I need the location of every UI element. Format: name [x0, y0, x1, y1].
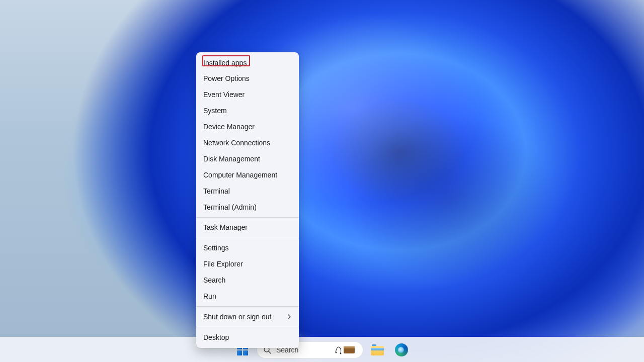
menu-separator — [196, 238, 299, 238]
svg-point-5 — [340, 352, 342, 354]
menu-item-label: Search — [203, 276, 225, 285]
menu-item-run[interactable]: Run — [196, 288, 299, 304]
taskbar: Search — [0, 337, 644, 362]
menu-item-power-options[interactable]: Power Options — [196, 71, 299, 87]
menu-item-event-viewer[interactable]: Event Viewer — [196, 87, 299, 103]
menu-item-terminal-admin[interactable]: Terminal (Admin) — [196, 199, 299, 215]
menu-group-1: Installed apps Power Options Event Viewe… — [196, 54, 299, 216]
menu-item-desktop[interactable]: Desktop — [196, 329, 299, 345]
menu-item-search[interactable]: Search — [196, 273, 299, 289]
chevron-right-icon — [287, 314, 292, 319]
svg-rect-3 — [344, 346, 355, 348]
menu-group-3: Settings File Explorer Search Run — [196, 240, 299, 305]
menu-item-label: Terminal (Admin) — [203, 203, 257, 212]
svg-point-4 — [336, 351, 337, 353]
menu-item-disk-management[interactable]: Disk Management — [196, 151, 299, 167]
menu-item-shutdown-signout[interactable]: Shut down or sign out — [196, 309, 299, 325]
menu-group-2: Task Manager — [196, 219, 299, 236]
menu-item-label: Desktop — [203, 333, 229, 342]
menu-item-file-explorer[interactable]: File Explorer — [196, 256, 299, 273]
menu-group-4: Shut down or sign out — [196, 308, 299, 325]
menu-item-task-manager[interactable]: Task Manager — [196, 220, 299, 236]
menu-item-label: Disk Management — [203, 154, 260, 164]
menu-item-computer-management[interactable]: Computer Management — [196, 167, 299, 183]
menu-item-label: Settings — [203, 243, 229, 253]
menu-item-system[interactable]: System — [196, 103, 299, 119]
menu-item-label: Task Manager — [203, 223, 248, 232]
menu-item-label: Computer Management — [203, 170, 277, 180]
menu-item-network-connections[interactable]: Network Connections — [196, 135, 299, 151]
menu-separator — [196, 306, 299, 307]
file-explorer-button[interactable] — [367, 340, 387, 360]
menu-item-settings[interactable]: Settings — [196, 240, 299, 256]
menu-group-5: Desktop — [196, 329, 299, 346]
menu-item-installed-apps[interactable]: Installed apps — [196, 55, 299, 71]
menu-item-label: Device Manager — [203, 122, 255, 132]
menu-separator — [196, 327, 299, 327]
menu-item-label: Shut down or sign out — [203, 312, 271, 322]
search-highlight-art-icon — [335, 343, 357, 356]
menu-item-terminal[interactable]: Terminal — [196, 183, 299, 199]
menu-item-label: Terminal — [203, 187, 230, 196]
menu-item-device-manager[interactable]: Device Manager — [196, 119, 299, 135]
edge-button[interactable] — [391, 340, 412, 360]
menu-item-label: Network Connections — [203, 138, 270, 148]
menu-item-label: Event Viewer — [203, 90, 245, 100]
menu-item-label: File Explorer — [203, 259, 243, 269]
start-context-menu: Installed apps Power Options Event Viewe… — [196, 52, 299, 348]
menu-item-label: Power Options — [203, 74, 250, 83]
menu-separator — [196, 217, 299, 218]
svg-line-1 — [269, 351, 271, 353]
menu-item-label: System — [203, 106, 227, 116]
edge-icon — [395, 343, 408, 356]
menu-item-label: Installed apps — [203, 58, 247, 68]
desktop-wallpaper — [0, 0, 644, 362]
file-explorer-icon — [371, 344, 384, 355]
menu-item-label: Run — [203, 292, 216, 301]
